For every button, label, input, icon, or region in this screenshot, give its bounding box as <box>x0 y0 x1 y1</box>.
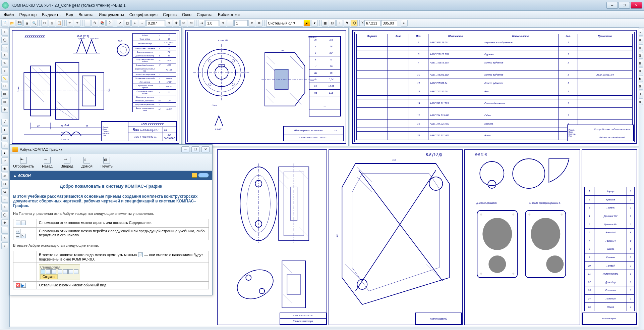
rough-icon[interactable]: √ <box>1 142 8 149</box>
table-icon[interactable]: ▦ <box>1 134 8 141</box>
help-home-button[interactable]: ⌂Домой <box>81 157 93 168</box>
wave-icon[interactable]: ∿ <box>1 235 8 241</box>
refresh-icon[interactable]: ⟲ <box>188 20 194 27</box>
drawing-sheet-2[interactable]: 4 отв. ∅8 ∅140 ∅45 40 1,5×45° <box>183 28 349 146</box>
arrow-icon[interactable]: ↖ <box>1 29 8 36</box>
drawing-sheet-3[interactable]: ФорматЗонаПоз.ОбозначениеНаименованиеКол… <box>350 28 639 146</box>
print-icon[interactable]: 🖨 <box>23 20 30 27</box>
pan-icon[interactable]: ✥ <box>173 20 180 27</box>
help-show-button[interactable]: ⇤Отображать <box>13 157 34 168</box>
help-icon[interactable]: ? <box>106 20 113 27</box>
zoom-all-icon[interactable]: ⤢ <box>117 20 123 27</box>
menu-help[interactable]: Справка <box>195 12 215 18</box>
minimize-button[interactable]: ─ <box>606 2 618 9</box>
help-print-button[interactable]: 🖨Печать <box>101 157 113 168</box>
reports-icon[interactable]: ▥ <box>1 98 8 105</box>
menu-tools[interactable]: Инструменты <box>97 12 126 18</box>
ortho-icon[interactable]: ⊥ <box>336 20 343 27</box>
arrow2-icon[interactable]: → <box>1 196 8 203</box>
step-down-icon[interactable]: ▾ <box>220 20 226 27</box>
select-icon[interactable]: ☐ <box>1 83 8 90</box>
coord-x[interactable] <box>364 20 380 26</box>
menu-file[interactable]: Файл <box>2 12 16 18</box>
paste-icon[interactable]: 📋 <box>56 20 63 27</box>
layer-input[interactable] <box>234 20 248 26</box>
zoom-in-icon[interactable]: ＋ <box>131 20 138 27</box>
remote-icon[interactable]: ◯ <box>1 211 8 218</box>
layer-down-icon[interactable]: ▾ <box>248 20 255 27</box>
menu-insert[interactable]: Вставка <box>76 12 96 18</box>
spec-icon[interactable]: ▤ <box>1 91 8 97</box>
new-icon[interactable]: 📄 <box>1 20 8 27</box>
line-icon[interactable]: ╱ <box>1 119 8 126</box>
cut-icon[interactable]: ✂ <box>41 20 48 27</box>
tolerance-icon[interactable]: ⊡ <box>1 181 8 187</box>
base-icon[interactable]: ▲ <box>1 150 8 156</box>
preview-icon[interactable]: 🔍 <box>31 20 38 27</box>
grid-icon[interactable]: ▦ <box>321 20 328 27</box>
svg-point-76 <box>259 288 265 294</box>
layers-icon[interactable]: ≣ <box>256 20 262 27</box>
help-back-button[interactable]: ⇦Назад <box>42 157 53 168</box>
help-forward-button[interactable]: ⇨Вперед <box>61 157 73 168</box>
brand-icon[interactable]: ◉ <box>1 165 8 172</box>
open-icon[interactable]: 📂 <box>9 20 15 27</box>
menu-libraries[interactable]: Библиотеки <box>216 12 242 18</box>
svg-text:∅35k6: ∅35k6 <box>17 86 19 93</box>
undo-icon[interactable]: ↶ <box>66 20 73 27</box>
help-titlebar[interactable]: Азбука КОМПАС-График ─ ❐ ✕ <box>10 145 212 154</box>
param-icon[interactable]: ⬡ <box>351 20 358 27</box>
menu-select[interactable]: Выделить <box>40 12 62 18</box>
measure-icon[interactable]: 📏 <box>1 75 8 82</box>
scale-down-icon[interactable]: ▾ <box>166 20 172 27</box>
menu-view[interactable]: Вид <box>64 12 75 18</box>
variables-icon[interactable]: fx <box>92 20 98 27</box>
drawing-sheet-1[interactable]: XXXXXXXXXX Б-Б (2:1) В-В <box>9 28 182 146</box>
coord-y[interactable] <box>381 20 397 26</box>
color-down-icon[interactable]: ▾ <box>311 20 318 27</box>
step-icon[interactable]: ⇥ <box>198 20 205 27</box>
help-minimize-button[interactable]: ─ <box>181 146 189 152</box>
help-close-button[interactable]: ✕ <box>201 146 210 152</box>
copy-icon[interactable]: ⎘ <box>49 20 55 27</box>
maximize-button[interactable]: ❐ <box>619 2 630 9</box>
localcs-icon[interactable]: ↯ <box>344 20 350 27</box>
label-icon[interactable]: T <box>1 127 8 133</box>
viewarrow-icon[interactable]: A <box>1 204 8 210</box>
close-button[interactable]: ✕ <box>631 2 642 9</box>
redo-icon[interactable]: ↷ <box>74 20 80 27</box>
scale-input[interactable] <box>146 20 165 26</box>
lib-icon[interactable]: 📚 <box>99 20 106 27</box>
geometry-icon[interactable]: ◯ <box>1 37 8 43</box>
pos-icon[interactable]: ① <box>1 173 8 180</box>
help-create-button[interactable]: Создать <box>40 274 58 279</box>
style-combo[interactable]: Системный сл ▾ <box>266 20 303 27</box>
menu-spec[interactable]: Спецификация <box>127 12 160 18</box>
help-window[interactable]: Азбука КОМПАС-График ─ ❐ ✕ ⇤Отображать ⇦… <box>9 144 213 295</box>
end-icon[interactable]: ↵ <box>401 20 408 27</box>
help-maximize-button[interactable]: ❐ <box>191 146 199 152</box>
edit-icon[interactable]: ✎ <box>1 60 8 66</box>
param2-icon[interactable]: ≡ <box>1 67 8 74</box>
center-icon[interactable]: ⊕ <box>1 219 8 226</box>
text-icon[interactable]: A <box>1 52 8 59</box>
help-body[interactable]: ▲ АСКОН Добро пожаловать в систему КОМПА… <box>10 171 212 295</box>
props-icon[interactable]: ☰ <box>84 20 91 27</box>
menu-window[interactable]: Окно <box>180 12 193 18</box>
menu-service[interactable]: Сервис <box>161 12 179 18</box>
rotate-icon[interactable]: ⟳ <box>180 20 187 27</box>
menu-edit[interactable]: Редактор <box>17 12 39 18</box>
zoom-win-icon[interactable]: ◻ <box>124 20 131 27</box>
snap-icon[interactable]: ⊡ <box>329 20 336 27</box>
layer-icon[interactable]: ☰ <box>227 20 234 27</box>
step-input[interactable] <box>206 20 219 26</box>
color-icon[interactable]: 🖌 <box>304 20 310 27</box>
insert-icon[interactable]: ⊕ <box>1 106 8 113</box>
axis-icon[interactable]: ⋮ <box>1 227 8 234</box>
save-icon[interactable]: 💾 <box>16 20 23 27</box>
leader-icon[interactable]: ↗ <box>1 157 8 164</box>
cut-line-icon[interactable]: A↓ <box>1 188 8 195</box>
zoom-out-icon[interactable]: － <box>139 20 145 27</box>
auto-icon[interactable]: ⟐ <box>1 242 8 249</box>
dimensions-icon[interactable]: ⟷ <box>1 44 8 51</box>
